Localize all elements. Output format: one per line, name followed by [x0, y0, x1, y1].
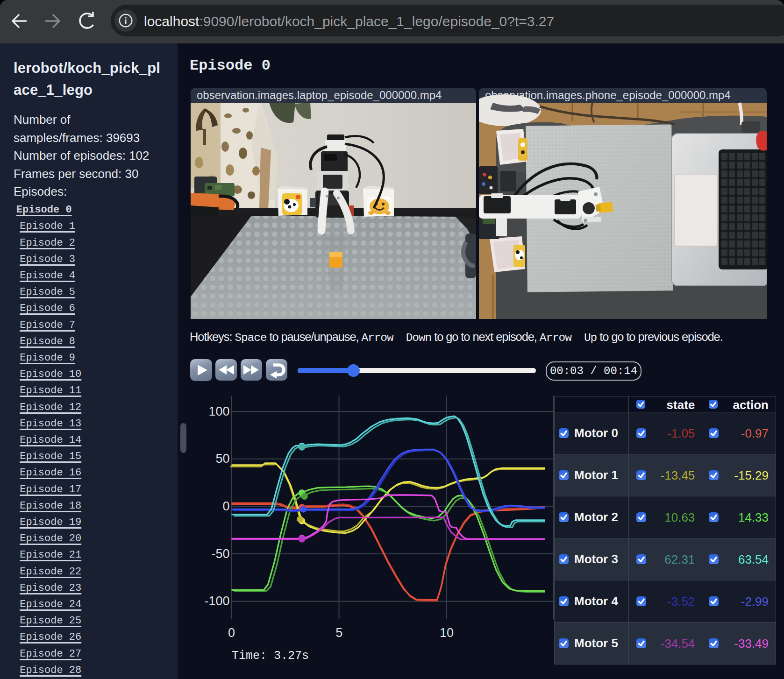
svg-text:0: 0 — [222, 499, 229, 513]
svg-text:5: 5 — [335, 626, 342, 640]
svg-text:50: 50 — [215, 452, 229, 466]
svg-text:100: 100 — [208, 404, 229, 418]
svg-text:10: 10 — [440, 626, 454, 640]
svg-text:0: 0 — [228, 626, 235, 640]
svg-text:-100: -100 — [204, 594, 229, 608]
svg-text:observation.images.laptop_epis: observation.images.laptop_episode_000000… — [197, 89, 442, 101]
svg-text:-50: -50 — [211, 547, 229, 561]
